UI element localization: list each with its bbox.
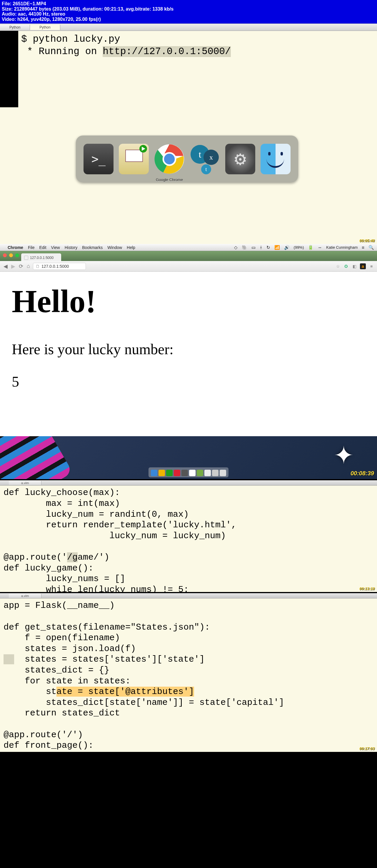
fileinfo-line: Video: h264, yuv420p, 1280x720, 25.00 fp…: [2, 17, 375, 22]
mini-dock: [148, 467, 229, 477]
page-heading: Hello!: [12, 283, 365, 320]
menubar-item[interactable]: Help: [127, 245, 135, 250]
fileinfo-line: Audio: aac, 44100 Hz, stereo: [2, 11, 375, 17]
command: python lucky.py: [33, 34, 120, 45]
chrome-tab[interactable]: 127.0.0.1:5000: [21, 253, 61, 261]
menubar-item[interactable]: Edit: [39, 245, 46, 250]
mini-dock-app-icon[interactable]: [174, 470, 180, 476]
chrome-tabstrip: 127.0.0.1:5000: [0, 251, 377, 261]
menubar-item[interactable]: History: [65, 245, 78, 250]
rendered-page: Hello! Here is your lucky number: 5: [0, 272, 377, 436]
frame-timestamp: 00:13:18: [359, 586, 375, 591]
page-icon: 🗋: [36, 264, 40, 269]
mini-dock-app-icon[interactable]: [197, 470, 203, 476]
terminal-tab-active[interactable]: Python: [30, 25, 60, 30]
dock-chrome-icon[interactable]: Google Chrome: [154, 144, 185, 174]
spotlight-icon[interactable]: 🔍: [369, 245, 374, 250]
editor-tabbar: a.vim: [0, 593, 377, 598]
menubar-item[interactable]: File: [28, 245, 35, 250]
left-black-strip: [0, 31, 18, 107]
extension-icon[interactable]: ◧: [352, 264, 357, 269]
mini-dock-app-icon[interactable]: [166, 470, 173, 476]
forward-button[interactable]: ▶: [10, 263, 16, 270]
editor-frame-states: a.vim app = Flask(__name__) def get_stat…: [0, 593, 377, 752]
home-button[interactable]: ⌂: [26, 263, 31, 269]
menubar-username[interactable]: Katie Cunningham: [326, 245, 357, 250]
evernote-icon[interactable]: 🐘: [242, 245, 247, 250]
fileinfo-line: File: 2651DE~1.MP4: [2, 1, 375, 6]
menubar-item[interactable]: View: [51, 245, 60, 250]
editor-tab[interactable]: a.vim: [9, 594, 41, 598]
dock-system-preferences-icon[interactable]: [225, 144, 255, 174]
dropbox-icon[interactable]: ◇: [234, 245, 238, 250]
terminal-frame: Python Python $ python lucky.py * Runnin…: [0, 24, 377, 244]
tab-title: 127.0.0.1:5000: [30, 256, 54, 260]
chrome-icon: [154, 143, 185, 175]
video-file-info: File: 2651DE~1.MP4 Size: 212890447 bytes…: [0, 0, 377, 24]
frame-timestamp: 00:17:03: [359, 746, 375, 751]
dock-chrome-label: Google Chrome: [156, 178, 183, 182]
frame-timestamp: 00:08:39: [351, 470, 374, 477]
window-close-button[interactable]: [3, 253, 7, 257]
address-bar[interactable]: 🗋 127.0.0.1:5000: [33, 263, 86, 270]
battery-icon[interactable]: 🔋: [308, 245, 314, 250]
tab-favicon-icon: [24, 256, 28, 260]
menubar-app[interactable]: Chrome: [8, 245, 23, 250]
chrome-menu-icon[interactable]: ≡: [369, 264, 374, 269]
battery-percent[interactable]: (99%): [294, 245, 304, 250]
editor-tabbar: a.vim: [0, 480, 377, 486]
page-subtitle: Here is your lucky number:: [12, 341, 365, 358]
browser-frame: ✦ Chrome File Edit View History Bookmark…: [0, 244, 377, 479]
editor-frame-lucky: a.vim def lucky_choose(max): max = int(m…: [0, 480, 377, 592]
menubar-item[interactable]: Window: [107, 245, 122, 250]
prompt: $: [21, 34, 33, 45]
dock: Google Chrome txt: [76, 135, 298, 183]
terminal-body[interactable]: $ python lucky.py * Running on http://12…: [0, 31, 377, 58]
mini-dock-chrome-icon[interactable]: [158, 470, 165, 476]
dock-textual-icon[interactable]: txt: [190, 144, 220, 174]
mini-dock-app-icon[interactable]: [212, 470, 219, 476]
reload-button[interactable]: ⟳: [18, 263, 24, 270]
terminal-tab[interactable]: Python: [0, 25, 30, 30]
editor-body[interactable]: app = Flask(__name__) def get_states(fil…: [0, 598, 377, 752]
bookmark-star-icon[interactable]: ☆: [335, 264, 341, 269]
bluetooth-icon[interactable]: ᚼ: [260, 245, 262, 250]
mini-dock-trash-icon[interactable]: [220, 470, 226, 476]
volume-icon[interactable]: 🔊: [284, 245, 290, 250]
mini-dock-finder-icon[interactable]: [151, 470, 157, 476]
fastswitch-icon[interactable]: ↔: [318, 245, 322, 250]
display-icon[interactable]: ▭: [252, 245, 256, 250]
terminal-line: * Running on http://127.0.0.1:5000/: [0, 45, 377, 58]
extension-icon[interactable]: ✪: [344, 264, 349, 269]
amazon-extension-icon[interactable]: a: [360, 264, 366, 269]
wifi-icon[interactable]: 📶: [274, 245, 280, 250]
mini-dock-terminal-icon[interactable]: [181, 470, 188, 476]
dock-terminal-icon[interactable]: [84, 144, 114, 174]
timemachine-icon[interactable]: ↻: [266, 245, 270, 250]
wallpaper-star-icon: ✦: [334, 434, 353, 473]
mini-dock-app-icon[interactable]: [204, 470, 211, 476]
server-url: http://127.0.0.1:5000/: [103, 46, 231, 57]
fileinfo-line: Size: 212890447 bytes (203.03 MiB), dura…: [2, 6, 375, 12]
lucky-number: 5: [12, 373, 365, 390]
terminal-line: $ python lucky.py: [0, 33, 377, 45]
window-minimize-button[interactable]: [9, 253, 13, 257]
window-zoom-button[interactable]: [15, 253, 19, 257]
editor-tab[interactable]: a.vim: [9, 481, 41, 485]
dock-keynote-icon[interactable]: [119, 144, 149, 174]
back-button[interactable]: ◀: [3, 263, 8, 270]
frame-timestamp: 00:05:48: [359, 238, 375, 243]
chrome-window: 127.0.0.1:5000 ◀ ▶ ⟳ ⌂ 🗋 127.0.0.1:5000 …: [0, 251, 377, 436]
chrome-toolbar: ◀ ▶ ⟳ ⌂ 🗋 127.0.0.1:5000 ☆ ✪ ◧ a ≡: [0, 261, 377, 272]
menubar-item[interactable]: Bookmarks: [82, 245, 103, 250]
dock-finder-icon[interactable]: [261, 144, 291, 174]
mini-dock-app-icon[interactable]: [189, 470, 196, 476]
mac-menubar: Chrome File Edit View History Bookmarks …: [0, 244, 377, 251]
window-controls: [3, 253, 19, 257]
notification-center-icon[interactable]: ≡: [362, 245, 365, 250]
url-text: 127.0.0.1:5000: [41, 264, 69, 269]
terminal-text: * Running on: [21, 46, 103, 57]
terminal-tabbar: Python Python: [0, 24, 377, 31]
